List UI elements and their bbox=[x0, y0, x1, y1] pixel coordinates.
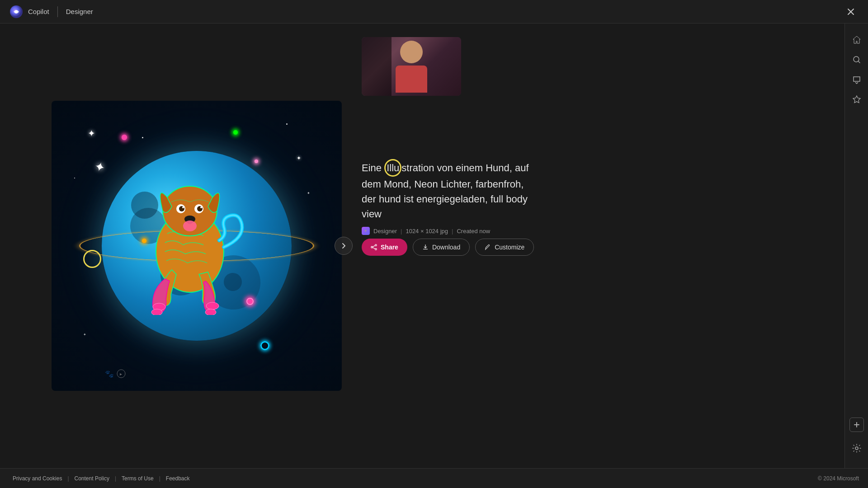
settings-icon bbox=[852, 444, 861, 453]
footer-sep-2: | bbox=[115, 475, 116, 482]
sidebar-icon-home[interactable] bbox=[848, 31, 866, 49]
sidebar-icon-star[interactable] bbox=[848, 90, 866, 108]
feedback-link[interactable]: Feedback bbox=[162, 475, 193, 482]
bing-watermark-icon bbox=[117, 369, 126, 378]
copilot-logo-icon bbox=[9, 5, 24, 19]
dog-illustration bbox=[122, 161, 258, 315]
download-button[interactable]: Download bbox=[413, 239, 470, 256]
right-sidebar bbox=[844, 23, 868, 468]
svg-point-1 bbox=[15, 10, 18, 13]
meta-sep1: | bbox=[401, 228, 402, 235]
image-panel: ✦ ✦ ✦ ✦ ✦ 🐾 bbox=[0, 23, 344, 468]
download-label: Download bbox=[432, 244, 460, 251]
svg-point-11 bbox=[183, 221, 197, 231]
share-button[interactable]: Share bbox=[362, 239, 407, 256]
dog-svg bbox=[122, 161, 258, 315]
app-name: Designer bbox=[66, 8, 93, 15]
sidebar-icon-chat[interactable] bbox=[848, 70, 866, 89]
main-image: ✦ ✦ ✦ ✦ ✦ bbox=[52, 101, 342, 391]
footer: Privacy and Cookies | Content Policy | T… bbox=[0, 468, 868, 488]
person-body bbox=[396, 66, 427, 93]
person-figure bbox=[396, 41, 427, 93]
info-panel: Eine Illustration von einem Hund, auf de… bbox=[344, 23, 844, 468]
app-logo-text: Copilot bbox=[28, 8, 49, 15]
svg-line-21 bbox=[373, 248, 375, 249]
terms-of-use-link[interactable]: Terms of Use bbox=[118, 475, 157, 482]
next-arrow-button[interactable] bbox=[335, 237, 353, 255]
desc-highlight: Illu bbox=[384, 159, 401, 177]
star-7 bbox=[286, 123, 288, 125]
neon-dot-3 bbox=[246, 298, 254, 305]
star-2: ✦ bbox=[297, 155, 301, 161]
customize-button[interactable]: Customize bbox=[475, 239, 534, 256]
video-preview-inner bbox=[362, 37, 461, 96]
customize-label: Customize bbox=[495, 244, 524, 251]
svg-point-17 bbox=[375, 244, 377, 246]
meta-icon: ✦ bbox=[362, 227, 370, 235]
neon-dot-2 bbox=[255, 160, 258, 163]
logo-area: Copilot Designer bbox=[9, 5, 93, 19]
close-button[interactable] bbox=[843, 4, 859, 20]
sidebar-icon-search[interactable] bbox=[848, 51, 866, 69]
svg-point-9 bbox=[200, 206, 202, 208]
neon-dot-1 bbox=[233, 130, 238, 135]
star-icon bbox=[852, 95, 861, 104]
copyright-text: © 2024 Microsoft bbox=[818, 475, 859, 482]
download-icon bbox=[422, 244, 429, 250]
sparkle-1: ✦ bbox=[93, 159, 107, 176]
description-text: Eine Illustration von einem Hund, auf de… bbox=[362, 159, 533, 221]
svg-point-15 bbox=[205, 309, 216, 315]
action-buttons: Share Download Customize bbox=[362, 239, 826, 256]
home-icon bbox=[852, 35, 861, 44]
neon-dot-6 bbox=[122, 135, 127, 140]
close-icon bbox=[847, 8, 854, 15]
main-image-container: ✦ ✦ ✦ ✦ ✦ 🐾 bbox=[52, 101, 342, 391]
star-5 bbox=[142, 137, 143, 138]
star-6 bbox=[74, 178, 75, 178]
watermark-icon: 🐾 bbox=[105, 370, 114, 378]
highlight-circle-overlay bbox=[83, 250, 101, 268]
neon-dot-5 bbox=[142, 239, 146, 243]
sidebar-add-button[interactable] bbox=[849, 418, 864, 432]
image-watermark: 🐾 bbox=[105, 369, 126, 378]
svg-point-19 bbox=[371, 246, 373, 248]
content-policy-link[interactable]: Content Policy bbox=[71, 475, 113, 482]
chevron-right-icon bbox=[340, 242, 347, 249]
svg-point-18 bbox=[375, 249, 377, 250]
privacy-cookies-link[interactable]: Privacy and Cookies bbox=[9, 475, 66, 482]
customize-icon bbox=[485, 244, 491, 250]
meta-info-row: ✦ Designer | 1024 × 1024 jpg | Created n… bbox=[362, 227, 826, 235]
desc-pre-highlight: Eine bbox=[362, 162, 384, 174]
meta-source: Designer bbox=[373, 228, 397, 235]
svg-point-23 bbox=[855, 447, 858, 450]
chat-icon bbox=[852, 75, 861, 84]
svg-point-13 bbox=[206, 302, 219, 310]
svg-line-20 bbox=[373, 246, 375, 247]
logo-divider bbox=[57, 6, 58, 17]
search-icon bbox=[852, 55, 861, 64]
svg-point-8 bbox=[182, 206, 184, 208]
meta-created: Created now bbox=[457, 228, 490, 235]
meta-dimensions: 1024 × 1024 jpg bbox=[406, 228, 448, 235]
footer-sep-3: | bbox=[159, 475, 160, 482]
main-content: ✦ ✦ ✦ ✦ ✦ 🐾 bbox=[0, 23, 868, 468]
video-preview bbox=[362, 37, 461, 96]
video-overlay bbox=[362, 37, 392, 96]
neon-dot-4 bbox=[260, 341, 269, 350]
star-4: ✦ bbox=[83, 333, 86, 337]
add-icon bbox=[853, 421, 860, 428]
svg-point-16 bbox=[117, 370, 125, 378]
star-1: ✦ bbox=[88, 128, 95, 139]
svg-point-14 bbox=[151, 309, 162, 315]
person-head bbox=[400, 41, 423, 63]
description-area: Eine Illustration von einem Hund, auf de… bbox=[362, 159, 826, 256]
share-label: Share bbox=[381, 244, 398, 251]
share-icon bbox=[371, 244, 377, 250]
meta-sep2: | bbox=[452, 228, 453, 235]
star-3: ✦ bbox=[307, 191, 310, 195]
footer-sep-1: | bbox=[67, 475, 69, 482]
top-bar: Copilot Designer bbox=[0, 0, 868, 23]
sidebar-icon-settings[interactable] bbox=[848, 439, 866, 457]
